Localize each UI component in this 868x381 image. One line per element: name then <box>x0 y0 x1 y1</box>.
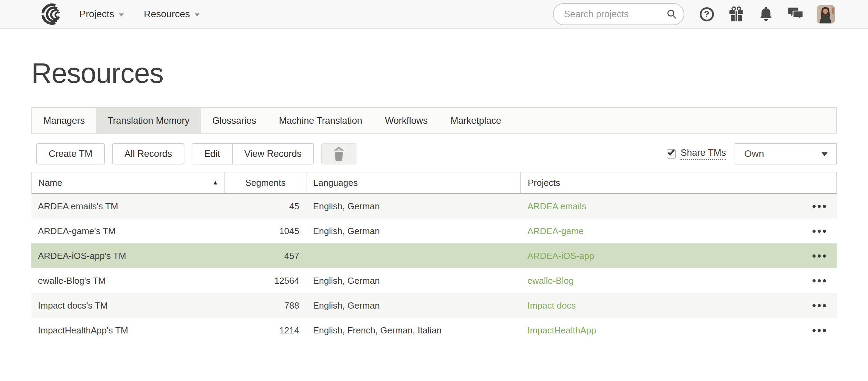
nav-menu-projects-label: Projects <box>79 9 114 20</box>
trash-icon <box>332 146 346 162</box>
chevron-down-icon <box>119 13 124 17</box>
ellipsis-icon <box>813 205 816 208</box>
checkmark-icon <box>668 148 675 156</box>
view-records-button[interactable]: View Records <box>232 144 313 164</box>
project-link[interactable]: ewalle-Blog <box>527 275 574 286</box>
tm-languages-cell: English, German <box>306 275 520 286</box>
project-link[interactable]: ARDEA-iOS-app <box>527 251 594 261</box>
ellipsis-icon <box>813 230 816 233</box>
help-button[interactable]: ? <box>699 6 715 22</box>
project-link[interactable]: ImpactHealthApp <box>527 325 596 336</box>
project-link[interactable]: Impact docs <box>527 300 576 311</box>
row-actions-button[interactable] <box>810 301 828 311</box>
edit-button[interactable]: Edit <box>192 144 232 164</box>
tm-projects-cell: ARDEA-iOS-app <box>520 251 837 261</box>
tm-projects-cell: ARDEA-game <box>520 226 837 237</box>
share-tms-checkbox[interactable] <box>667 149 676 159</box>
row-actions-button[interactable] <box>810 251 828 261</box>
toolbar-right: Share TMs Own <box>667 143 837 164</box>
row-actions-button[interactable] <box>810 201 828 211</box>
select-arrow-icon <box>821 152 828 156</box>
tab-workflows[interactable]: Workflows <box>374 108 439 133</box>
nav-menu-projects[interactable]: Projects <box>79 9 124 20</box>
table-row[interactable]: ARDEA emails's TM 45 English, German ARD… <box>31 194 837 219</box>
column-header-projects[interactable]: Projects <box>520 172 836 193</box>
nav-icons: ? <box>699 6 804 22</box>
tab-marketplace[interactable]: Marketplace <box>439 108 513 133</box>
tab-translation-memory[interactable]: Translation Memory <box>96 108 201 133</box>
user-avatar[interactable] <box>817 5 835 23</box>
all-records-button[interactable]: All Records <box>112 143 184 164</box>
tm-segments-cell: 12564 <box>224 275 306 286</box>
chat-icon <box>788 7 804 22</box>
row-actions-button[interactable] <box>810 226 828 236</box>
nav-menu-resources-label: Resources <box>144 9 190 20</box>
column-header-name[interactable]: Name ▲ <box>32 172 224 193</box>
nav-right: ? <box>553 3 835 25</box>
sort-ascending-icon: ▲ <box>212 179 218 186</box>
tm-name-cell: ImpactHealthApp's TM <box>31 325 224 336</box>
toolbar: Create TM All Records Edit View Records … <box>31 143 837 164</box>
tm-name-cell: ARDEA-iOS-app's TM <box>31 251 224 261</box>
chevron-down-icon <box>195 13 200 17</box>
ellipsis-icon <box>813 279 816 282</box>
table-header: Name ▲ Segments Languages Projects <box>31 172 837 194</box>
create-tm-button[interactable]: Create TM <box>36 143 105 164</box>
column-header-segments[interactable]: Segments <box>224 172 306 193</box>
column-header-languages[interactable]: Languages <box>306 172 520 193</box>
page-title: Resources <box>31 59 837 87</box>
notifications-button[interactable] <box>758 6 774 22</box>
avatar-image <box>817 5 835 23</box>
project-link[interactable]: ARDEA emails <box>527 201 586 212</box>
row-actions-button[interactable] <box>810 325 828 335</box>
nav-menu-resources[interactable]: Resources <box>144 9 200 20</box>
scope-select-value: Own <box>744 148 764 159</box>
ellipsis-icon <box>813 254 816 258</box>
top-nav: Projects Resources ? <box>0 0 868 29</box>
table-row-selected[interactable]: ARDEA-iOS-app's TM 457 ARDEA-iOS-app <box>31 243 837 268</box>
search-input[interactable] <box>553 3 684 25</box>
project-link[interactable]: ARDEA-game <box>527 226 584 237</box>
table-row[interactable]: ewalle-Blog's TM 12564 English, German e… <box>31 268 837 293</box>
tm-projects-cell: Impact docs <box>520 300 837 311</box>
table-body: ARDEA emails's TM 45 English, German ARD… <box>31 194 837 343</box>
tm-name-cell: Impact docs's TM <box>31 300 224 311</box>
tm-table: Name ▲ Segments Languages Projects ARDEA… <box>31 172 837 343</box>
resources-page: Projects Resources ? <box>0 0 868 381</box>
row-actions-button[interactable] <box>810 276 828 286</box>
tab-managers[interactable]: Managers <box>32 108 96 133</box>
share-tms-label[interactable]: Share TMs <box>680 148 726 160</box>
tm-languages-cell: English, German <box>306 201 520 212</box>
scope-select[interactable]: Own <box>735 143 837 164</box>
ellipsis-icon <box>813 304 816 307</box>
tm-languages-cell: English, French, German, Italian <box>306 325 520 336</box>
tm-projects-cell: ewalle-Blog <box>520 275 837 286</box>
tm-segments-cell: 45 <box>224 201 306 212</box>
messages-button[interactable] <box>788 6 804 22</box>
tm-languages-cell: English, German <box>306 300 520 311</box>
tm-segments-cell: 1214 <box>224 325 306 336</box>
tm-projects-cell: ImpactHealthApp <box>520 325 837 336</box>
tm-name-cell: ARDEA-game's TM <box>31 226 224 237</box>
table-row[interactable]: ARDEA-game's TM 1045 English, German ARD… <box>31 219 837 243</box>
tab-glossaries[interactable]: Glossaries <box>201 108 268 133</box>
edit-view-button-group: Edit View Records <box>192 143 314 164</box>
tm-projects-cell: ARDEA emails <box>520 201 837 212</box>
delete-tm-button[interactable] <box>321 143 356 164</box>
tm-segments-cell: 1045 <box>224 226 306 237</box>
tm-name-cell: ARDEA emails's TM <box>31 201 224 212</box>
table-row[interactable]: ImpactHealthApp's TM 1214 English, Frenc… <box>31 318 837 343</box>
bell-icon <box>758 6 774 22</box>
main-content: Resources Managers Translation Memory Gl… <box>0 59 868 343</box>
search-box <box>553 3 684 25</box>
tm-segments-cell: 788 <box>224 300 306 311</box>
gift-button[interactable] <box>728 6 744 22</box>
tab-bar: Managers Translation Memory Glossaries M… <box>31 107 837 134</box>
app-logo-icon[interactable] <box>34 3 64 25</box>
help-icon: ? <box>700 7 714 21</box>
table-row[interactable]: Impact docs's TM 788 English, German Imp… <box>31 293 837 318</box>
column-header-name-label: Name <box>38 178 62 188</box>
tab-machine-translation[interactable]: Machine Translation <box>268 108 374 133</box>
search-icon[interactable] <box>666 9 677 20</box>
ellipsis-icon <box>813 329 816 332</box>
